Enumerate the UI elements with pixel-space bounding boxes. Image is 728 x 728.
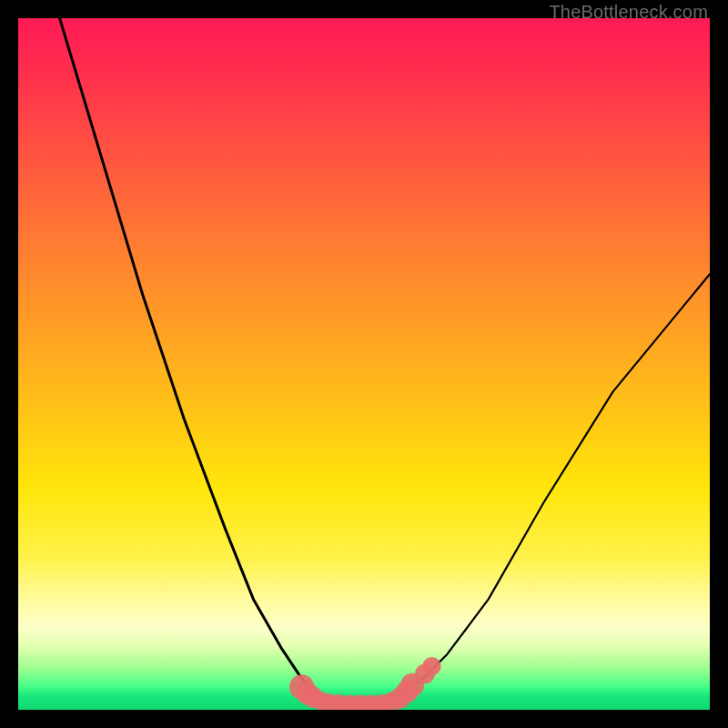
curve-right-branch (399, 274, 710, 693)
chart-frame: TheBottleneck.com (0, 0, 728, 728)
valley-markers (289, 657, 441, 710)
svg-point-15 (422, 657, 440, 675)
chart-svg (18, 18, 710, 710)
watermark-text: TheBottleneck.com (549, 2, 708, 23)
chart-plot-area (18, 18, 710, 710)
curve-left-branch (60, 18, 316, 693)
